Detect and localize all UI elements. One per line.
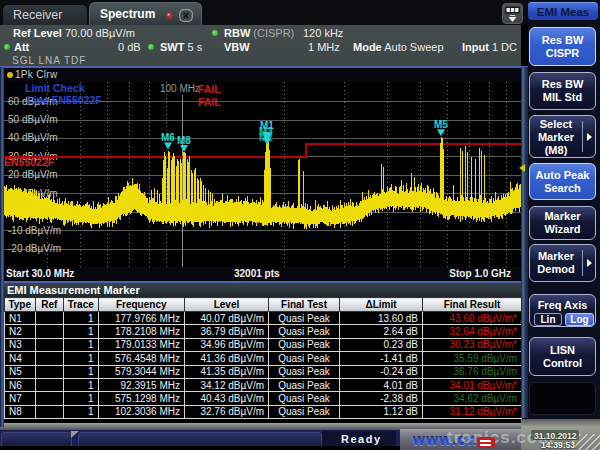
svg-text:M6: M6 bbox=[161, 132, 175, 143]
svg-text:M2: M2 bbox=[259, 132, 273, 143]
svg-text:M8: M8 bbox=[177, 135, 191, 146]
svg-text:20 dBµV/m: 20 dBµV/m bbox=[8, 169, 58, 180]
svg-text:50 dBµV/m: 50 dBµV/m bbox=[8, 114, 58, 125]
svg-text:100 MHz: 100 MHz bbox=[160, 83, 200, 94]
svg-text:-20 dBµV/m: -20 dBµV/m bbox=[8, 243, 61, 254]
svg-text:FAIL: FAIL bbox=[198, 96, 221, 108]
svg-text:M5: M5 bbox=[434, 119, 448, 130]
svg-text:Limit Check: Limit Check bbox=[25, 82, 85, 94]
svg-text:-10 dBµV/m: -10 dBµV/m bbox=[8, 225, 61, 236]
svg-text:Line EN55022F: Line EN55022F bbox=[27, 94, 102, 106]
svg-text:EN55022F: EN55022F bbox=[4, 156, 55, 168]
svg-text:FAIL: FAIL bbox=[198, 83, 221, 95]
svg-text:40 dBµV/m: 40 dBµV/m bbox=[8, 132, 58, 143]
